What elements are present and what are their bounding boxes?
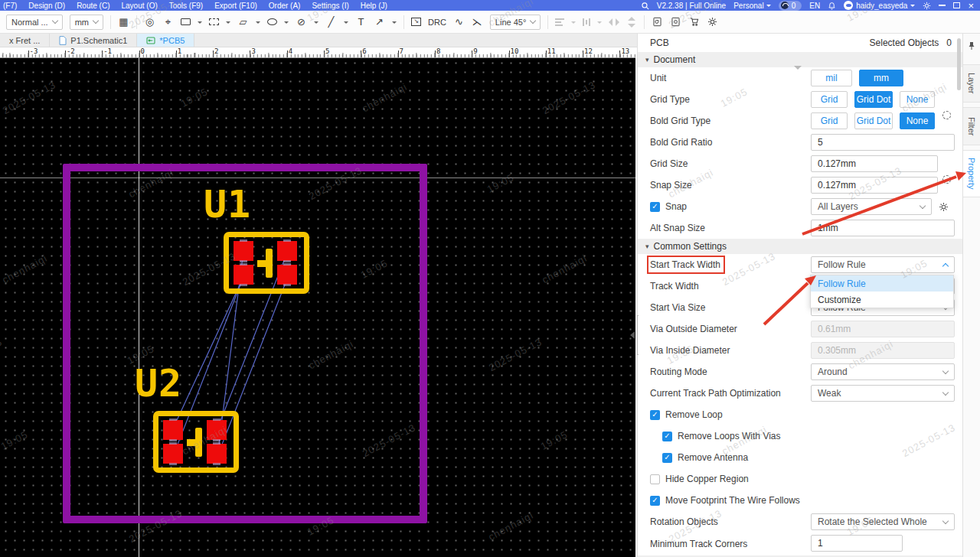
route-wire-icon[interactable]: ∿ xyxy=(453,15,465,29)
caret-icon[interactable] xyxy=(284,21,289,26)
import-canvas-icon[interactable]: ↘ xyxy=(411,18,421,26)
move-footprint-wire-follows-checkbox[interactable]: ✓ xyxy=(650,496,660,506)
unit-select[interactable]: mm xyxy=(70,15,103,30)
pad[interactable] xyxy=(234,241,253,261)
bell-icon[interactable] xyxy=(828,2,836,10)
menu-item-layout[interactable]: Layout (O) xyxy=(122,2,158,10)
menu-item-tools[interactable]: Tools (F9) xyxy=(169,2,203,10)
pad[interactable] xyxy=(277,241,297,261)
dock-tab-layer[interactable]: Layer xyxy=(963,64,980,103)
unit-mil-button[interactable]: mil xyxy=(811,70,852,86)
section-document[interactable]: ▾ Document xyxy=(638,52,962,67)
polygon-tool-icon[interactable]: ▱ xyxy=(237,15,249,29)
alt-snap-size-input[interactable]: 1mm xyxy=(811,220,955,236)
language-switch[interactable]: EN xyxy=(809,2,820,10)
grid-size-input[interactable]: 0.127mm xyxy=(811,155,938,172)
snap-layers-select[interactable]: All Layers xyxy=(811,198,932,215)
remove-loops-with-vias-checkbox[interactable]: ✓ xyxy=(662,432,672,441)
caret-icon[interactable] xyxy=(392,21,397,26)
line-mode-select[interactable]: Line 45° xyxy=(490,15,541,30)
panel-collapse-handle[interactable] xyxy=(629,315,639,355)
pin-icon[interactable] xyxy=(968,40,975,54)
remove-loop-checkbox[interactable]: ✓ xyxy=(650,410,660,420)
bold-grid-type-griddot-button[interactable]: Grid Dot xyxy=(854,112,893,129)
snap-checkbox[interactable]: ✓ xyxy=(650,202,660,212)
via-tool-icon[interactable]: ◎ xyxy=(144,15,155,29)
caret-icon[interactable] xyxy=(314,21,318,26)
ellipse-tool-icon[interactable] xyxy=(267,18,277,25)
menu-item-export[interactable]: Export (F10) xyxy=(214,2,257,10)
minimum-track-corners-input[interactable]: 1 xyxy=(811,535,903,552)
plan-selector[interactable]: Personal xyxy=(733,2,770,10)
mode-select[interactable]: Normal ... xyxy=(6,15,63,30)
coin-balance-badge[interactable]: 0 xyxy=(779,1,802,11)
text-tool-icon[interactable]: T xyxy=(355,15,367,29)
rect-tool-icon[interactable] xyxy=(181,18,191,25)
account-menu[interactable]: haidy_easyeda xyxy=(844,1,915,10)
section-common-settings[interactable]: ▾ Common Settings xyxy=(638,239,962,254)
tab-schematic[interactable]: P1.Schematic1 xyxy=(50,34,137,47)
menu-item-design[interactable]: Design (D) xyxy=(28,2,65,10)
line-tool-icon[interactable]: ╱ xyxy=(325,15,337,29)
grid-settings-icon[interactable]: ▦ xyxy=(118,15,129,29)
menu-item-place[interactable]: (F7) xyxy=(3,2,17,10)
dropdown-option-customize[interactable]: Customize xyxy=(811,292,953,308)
caret-icon[interactable] xyxy=(344,21,348,26)
sync-size-icon[interactable] xyxy=(942,175,951,184)
pad[interactable] xyxy=(277,265,297,285)
snap-settings-gear-icon[interactable] xyxy=(939,202,949,212)
grid-type-grid-button[interactable]: Grid xyxy=(811,91,848,108)
bold-grid-ratio-input[interactable]: 5 xyxy=(811,134,955,151)
bold-grid-type-grid-button[interactable]: Grid xyxy=(811,112,848,129)
snap-size-input[interactable]: 0.127mm xyxy=(811,177,938,194)
minimize-button[interactable] xyxy=(939,5,946,6)
caret-icon[interactable] xyxy=(256,21,260,26)
menu-item-order[interactable]: Order (A) xyxy=(269,2,301,10)
keepout-tool-icon[interactable]: ⊘ xyxy=(296,15,307,29)
export-bom-icon[interactable] xyxy=(670,15,681,29)
sync-grid-icon[interactable] xyxy=(942,111,951,119)
export-gerber-icon[interactable] xyxy=(652,15,663,29)
menu-item-route[interactable]: Route (C) xyxy=(77,2,109,10)
component-label[interactable]: U1 xyxy=(204,182,251,226)
caret-icon[interactable] xyxy=(198,21,202,26)
region-tool-icon[interactable] xyxy=(209,18,219,25)
drc-check-icon[interactable]: DRC xyxy=(428,15,446,29)
pad[interactable] xyxy=(163,444,183,464)
grid-type-none-button[interactable]: None xyxy=(900,91,935,108)
footprint-u1[interactable] xyxy=(224,232,309,294)
close-button[interactable]: × xyxy=(968,0,974,11)
order-cart-icon[interactable] xyxy=(688,15,700,29)
grid-type-griddot-button[interactable]: Grid Dot xyxy=(854,91,893,108)
bold-grid-type-none-button[interactable]: None xyxy=(900,112,935,129)
start-track-width-select[interactable]: Follow Rule xyxy=(811,256,955,273)
menu-item-settings[interactable]: Settings (I) xyxy=(312,2,348,10)
track-path-optimization-select[interactable]: Weak xyxy=(811,385,955,402)
tab-project[interactable]: x Fret ... xyxy=(0,34,50,47)
dropdown-option-follow-rule[interactable]: Follow Rule xyxy=(811,275,953,292)
pin-tool-icon[interactable]: ⌖ xyxy=(162,15,174,29)
toolbar-settings-gear-icon[interactable] xyxy=(707,15,718,29)
component-label[interactable]: U2 xyxy=(135,361,182,406)
hide-copper-region-checkbox[interactable] xyxy=(650,474,660,484)
pcb-canvas[interactable]: U1 U2 xyxy=(0,58,635,557)
pad[interactable] xyxy=(234,265,253,285)
tab-pcb[interactable]: *PCB5 xyxy=(137,34,194,47)
remove-antenna-checkbox[interactable]: ✓ xyxy=(662,453,672,463)
pad[interactable] xyxy=(207,444,227,464)
cut-track-icon[interactable]: ⋋ xyxy=(472,15,483,29)
search-icon[interactable] xyxy=(641,2,649,10)
pad[interactable] xyxy=(207,420,227,440)
routing-mode-select[interactable]: Around xyxy=(811,363,955,380)
unit-mm-button[interactable]: mm xyxy=(859,70,903,86)
settings-gear-icon[interactable] xyxy=(923,2,931,10)
dock-tab-property[interactable]: Property xyxy=(963,150,980,197)
dimension-tool-icon[interactable]: ↗ xyxy=(374,15,385,29)
caret-icon[interactable] xyxy=(226,21,230,26)
rotation-objects-select[interactable]: Rotate the Selected Whole xyxy=(811,513,955,530)
maximize-button[interactable] xyxy=(953,2,960,8)
menu-item-help[interactable]: Help (J) xyxy=(361,2,387,10)
dock-tab-filter[interactable]: Filter xyxy=(963,107,980,145)
panel-scrollbar[interactable] xyxy=(957,38,961,90)
footprint-u2[interactable] xyxy=(153,411,239,473)
